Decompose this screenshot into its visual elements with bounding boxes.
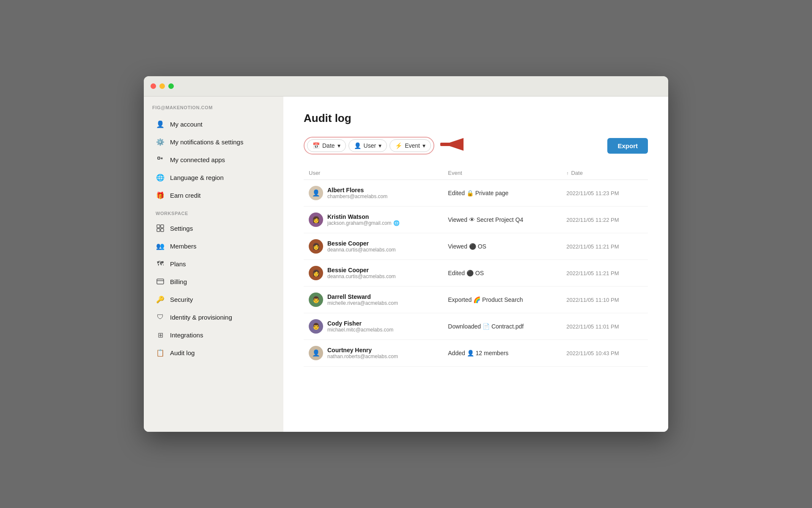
user-filter-icon: 👤 — [354, 142, 361, 149]
svg-rect-5 — [157, 279, 164, 284]
col-date[interactable]: ↑ Date — [561, 166, 648, 180]
audit-log-table: User Event ↑ Date 👤 — [304, 166, 648, 367]
event-filter-button[interactable]: ⚡ Event ▾ — [390, 139, 431, 152]
svg-rect-4 — [161, 229, 164, 232]
titlebar — [144, 76, 668, 97]
fullscreen-dot[interactable] — [168, 83, 174, 89]
user-name: Kristin Watson — [327, 213, 400, 220]
connected-apps-icon — [156, 155, 165, 164]
table-row: 👨 Cody Fisher michael.mitc@acmelabs.com … — [304, 313, 648, 340]
export-button[interactable]: Export — [607, 138, 648, 154]
user-email: deanna.curtis@acmelabs.com — [327, 247, 396, 253]
notifications-icon: ⚙️ — [156, 137, 165, 146]
account-icon: 👤 — [156, 119, 165, 129]
close-dot[interactable] — [151, 83, 156, 89]
event-icon: 📄 — [483, 323, 490, 330]
date-cell: 2022/11/05 10:43 PM — [561, 340, 648, 367]
date-cell: 2022/11/05 11:22 PM — [561, 207, 648, 233]
user-email: jackson.graham@gmail.com 🌐 — [327, 220, 400, 226]
security-icon: 🔑 — [156, 295, 165, 304]
sidebar-item-earn-credit[interactable]: 🎁 Earn credit — [147, 186, 280, 204]
members-icon: 👥 — [156, 241, 165, 251]
sidebar-email: FIG@MAKENOTION.COM — [144, 105, 283, 115]
date-cell: 2022/11/05 11:10 PM — [561, 287, 648, 313]
table-row: 👤 Courtney Henry nathan.roberts@acmelabs… — [304, 340, 648, 367]
sidebar-item-language[interactable]: 🌐 Language & region — [147, 168, 280, 186]
sidebar-item-label: Security — [170, 296, 193, 303]
user-cell: 👩 Kristin Watson jackson.graham@gmail.co… — [304, 207, 443, 233]
sidebar-item-label: Identity & provisioning — [170, 314, 232, 321]
event-chevron-icon: ▾ — [422, 142, 425, 149]
sidebar-item-connected-apps[interactable]: My connected apps — [147, 151, 280, 168]
earn-credit-icon: 🎁 — [156, 190, 165, 200]
event-icon: 🔒 — [466, 190, 474, 196]
event-icon: 👁 — [469, 216, 475, 223]
sidebar-item-label: Earn credit — [170, 192, 201, 199]
table-row: 👨 Darrell Steward michelle.rivera@acmela… — [304, 287, 648, 313]
date-cell: 2022/11/05 11:21 PM — [561, 260, 648, 287]
col-user: User — [304, 166, 443, 180]
sidebar-item-label: Plans — [170, 260, 186, 268]
user-cell: 👩 Bessie Cooper deanna.curtis@acmelabs.c… — [304, 260, 443, 287]
sidebar-item-label: Settings — [170, 225, 193, 232]
user-name: Albert Flores — [327, 187, 387, 193]
event-icon: ⚫ — [466, 270, 474, 276]
event-icon: ⚫ — [469, 243, 476, 250]
user-name: Cody Fisher — [327, 320, 393, 327]
sidebar-item-notifications[interactable]: ⚙️ My notifications & settings — [147, 133, 280, 151]
user-chevron-icon: ▾ — [379, 142, 381, 149]
sidebar-item-label: My connected apps — [170, 156, 225, 163]
avatar: 👤 — [309, 346, 323, 360]
billing-icon — [156, 277, 165, 286]
app-window: FIG@MAKENOTION.COM 👤 My account ⚙️ My no… — [144, 76, 668, 432]
sidebar-item-audit-log[interactable]: 📋 Audit log — [147, 344, 280, 362]
avatar: 👤 — [309, 186, 323, 200]
sidebar-item-identity-provisioning[interactable]: 🛡 Identity & provisioning — [147, 308, 280, 326]
arrow-indicator — [440, 138, 464, 154]
user-cell: 👤 Albert Flores chambers@acmelabs.com — [304, 180, 443, 207]
content-area: FIG@MAKENOTION.COM 👤 My account ⚙️ My no… — [144, 97, 668, 432]
sidebar: FIG@MAKENOTION.COM 👤 My account ⚙️ My no… — [144, 97, 283, 432]
date-filter-label: Date — [322, 142, 335, 149]
integrations-icon: ⊞ — [156, 330, 165, 340]
svg-rect-0 — [158, 157, 160, 159]
table-row: 👤 Albert Flores chambers@acmelabs.com Ed… — [304, 180, 648, 207]
sidebar-item-security[interactable]: 🔑 Security — [147, 290, 280, 308]
language-icon: 🌐 — [156, 173, 165, 182]
sidebar-item-label: My notifications & settings — [170, 138, 243, 146]
main-content: Audit log 📅 Date ▾ 👤 User ▾ ⚡ — [283, 97, 668, 432]
sidebar-item-settings[interactable]: Settings — [147, 219, 280, 237]
identity-icon: 🛡 — [156, 312, 165, 322]
table-row: 👩 Bessie Cooper deanna.curtis@acmelabs.c… — [304, 260, 648, 287]
sidebar-item-plans[interactable]: 🗺 Plans — [147, 255, 280, 273]
sidebar-item-my-account[interactable]: 👤 My account — [147, 115, 280, 133]
svg-rect-1 — [157, 225, 160, 228]
sidebar-item-label: Billing — [170, 278, 187, 285]
user-cell: 👨 Cody Fisher michael.mitc@acmelabs.com — [304, 313, 443, 340]
date-filter-button[interactable]: 📅 Date ▾ — [307, 139, 346, 152]
table-row: 👩 Bessie Cooper deanna.curtis@acmelabs.c… — [304, 233, 648, 260]
user-filter-button[interactable]: 👤 User ▾ — [348, 139, 387, 152]
audit-log-icon: 📋 — [156, 348, 165, 357]
sidebar-item-label: Integrations — [170, 331, 203, 339]
user-name: Bessie Cooper — [327, 240, 396, 247]
user-cell: 👩 Bessie Cooper deanna.curtis@acmelabs.c… — [304, 233, 443, 260]
event-icon: 🌈 — [473, 296, 480, 303]
user-email: michael.mitc@acmelabs.com — [327, 327, 393, 333]
avatar: 👩 — [309, 266, 323, 280]
plans-icon: 🗺 — [156, 259, 165, 268]
calendar-icon: 📅 — [313, 142, 320, 149]
user-name: Courtney Henry — [327, 347, 398, 353]
date-cell: 2022/11/05 11:01 PM — [561, 313, 648, 340]
minimize-dot[interactable] — [159, 83, 165, 89]
filter-bar: 📅 Date ▾ 👤 User ▾ ⚡ Event ▾ — [304, 137, 648, 155]
filter-group: 📅 Date ▾ 👤 User ▾ ⚡ Event ▾ — [304, 137, 434, 155]
sidebar-item-integrations[interactable]: ⊞ Integrations — [147, 326, 280, 344]
sidebar-item-billing[interactable]: Billing — [147, 273, 280, 290]
col-event: Event — [443, 166, 561, 180]
sidebar-item-members[interactable]: 👥 Members — [147, 237, 280, 255]
event-cell: Downloaded 📄 Contract.pdf — [443, 313, 561, 340]
user-filter-label: User — [364, 142, 376, 149]
sidebar-item-label: My account — [170, 121, 203, 128]
sort-icon: ↑ — [566, 171, 569, 176]
